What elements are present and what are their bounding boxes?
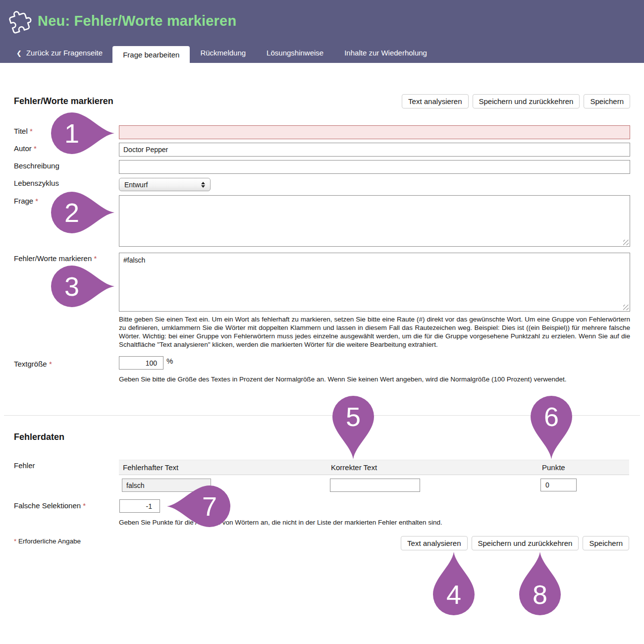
textgroesse-input[interactable] (119, 356, 163, 370)
textgroesse-help-text: Geben Sie bitte die Größe des Textes in … (119, 375, 630, 383)
tab-inhalte-zur-wiederholung[interactable]: Inhalte zur Wiederholung (334, 42, 437, 63)
frage-label: Frage * (14, 197, 38, 205)
column-header-korrekter-text: Korrekter Text (327, 463, 536, 472)
korrekter-text-input[interactable] (330, 479, 420, 492)
fehlerhafter-text-input[interactable] (122, 479, 211, 492)
fehlerdaten-section-title: Fehlerdaten (14, 432, 64, 442)
lebenszyklus-selected-value: Entwurf (124, 181, 148, 189)
required-asterisk: * (49, 360, 52, 368)
fehler-table: Fehlerhafter Text Korrekter Text Punkte (119, 460, 629, 500)
required-fields-note: * Erforderliche Angabe (14, 537, 81, 545)
autor-label: Autor * (14, 144, 37, 153)
beschreibung-label: Beschreibung (14, 161, 59, 170)
fehler-row-label: Fehler (14, 461, 35, 470)
titel-label: Titel * (14, 127, 33, 135)
required-asterisk: * (14, 537, 16, 545)
column-header-fehlerhafter-text: Fehlerhafter Text (119, 463, 327, 472)
save-and-return-button[interactable]: Speichern und zurückkehren (472, 536, 579, 550)
annotation-pin-3: 3 (50, 265, 115, 308)
fehler-worte-help-text: Bitte geben Sie einen Text ein. Um ein W… (119, 315, 630, 349)
back-to-question-page-link[interactable]: ❮ Zurück zur Fragenseite (16, 42, 103, 63)
lebenszyklus-select[interactable]: Entwurf (119, 178, 211, 191)
frage-textarea[interactable] (119, 195, 630, 247)
annotation-pin-5: 5 (331, 395, 375, 460)
up-down-arrows-icon (201, 182, 205, 188)
resize-gripper-icon[interactable] (623, 240, 629, 245)
save-button[interactable]: Speichern (583, 536, 629, 550)
bottom-button-row: Text analysieren Speichern und zurückkeh… (401, 536, 629, 550)
top-button-row: Text analysieren Speichern und zurückkeh… (402, 94, 630, 108)
analyze-text-button[interactable]: Text analysieren (401, 536, 467, 550)
fehler-table-header: Fehlerhafter Text Korrekter Text Punkte (119, 460, 629, 475)
punkte-input[interactable] (540, 479, 577, 491)
tab-frage-bearbeiten[interactable]: Frage bearbeiten (112, 46, 190, 63)
section-divider (4, 415, 640, 416)
analyze-text-button[interactable]: Text analysieren (402, 94, 468, 108)
back-link-label: Zurück zur Fragenseite (26, 49, 103, 57)
required-asterisk: * (30, 127, 33, 135)
fehler-worte-label: Fehler/Worte markieren * (14, 254, 97, 263)
form-section-title: Fehler/Worte markieren (14, 96, 113, 107)
annotation-pin-1: 1 (50, 111, 115, 155)
tab-rueckmeldung[interactable]: Rückmeldung (190, 42, 256, 63)
required-asterisk: * (94, 254, 97, 263)
save-button[interactable]: Speichern (584, 94, 630, 108)
required-asterisk: * (34, 144, 37, 153)
autor-input[interactable] (119, 143, 630, 157)
column-header-punkte: Punkte (536, 463, 629, 472)
tab-loesungshinweise[interactable]: Lösungshinweise (256, 42, 334, 63)
falsche-selektionen-input[interactable] (119, 499, 160, 513)
annotation-pin-6: 6 (530, 395, 573, 460)
lebenszyklus-label: Lebenszyklus (14, 179, 59, 187)
annotation-pin-4: 4 (432, 551, 476, 616)
top-header-bar: Neu: Fehler/Worte markieren (0, 0, 644, 42)
page-title: Neu: Fehler/Worte markieren (38, 13, 236, 29)
annotation-pin-8: 8 (518, 551, 562, 616)
falsche-selektionen-help-text: Geben Sie Punkte für die Auswahl von Wör… (119, 518, 630, 527)
fehler-worte-textarea[interactable]: #falsch (119, 253, 630, 312)
fehler-worte-textarea-wrap: #falsch (119, 253, 630, 312)
falsche-selektionen-label: Falsche Selektionen * (14, 501, 86, 510)
save-and-return-button[interactable]: Speichern und zurückkehren (473, 94, 580, 108)
frage-textarea-wrap (119, 195, 630, 247)
textgroesse-label: Textgröße * (14, 360, 52, 368)
tab-bar: ❮ Zurück zur Fragenseite Frage bearbeite… (0, 42, 644, 63)
page: Neu: Fehler/Worte markieren ❮ Zurück zur… (0, 0, 644, 644)
percent-unit-label: % (166, 357, 173, 365)
required-asterisk: * (35, 197, 38, 205)
required-asterisk: * (83, 501, 86, 510)
chevron-left-icon: ❮ (16, 50, 22, 57)
table-row (119, 475, 629, 500)
form-section-head: Fehler/Worte markieren Text analysieren … (14, 94, 630, 108)
puzzle-icon (6, 7, 35, 36)
beschreibung-input[interactable] (119, 160, 630, 174)
titel-input[interactable] (119, 125, 630, 139)
resize-gripper-icon[interactable] (623, 305, 629, 310)
annotation-pin-2: 2 (50, 191, 115, 234)
